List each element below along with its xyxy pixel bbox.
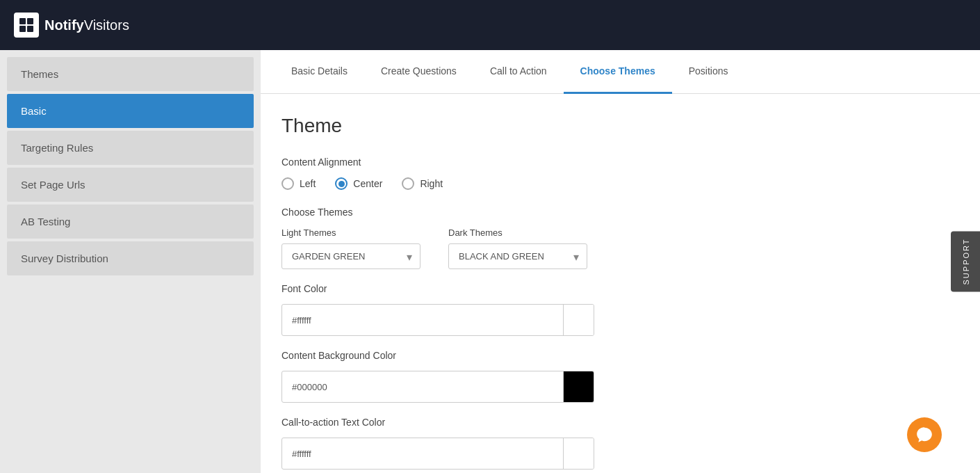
main-content: Themes Basic Targeting Rules Set Page Ur… (0, 50, 980, 473)
radio-left[interactable]: Left (281, 177, 316, 190)
sidebar-item-ab-testing[interactable]: AB Testing (7, 205, 254, 239)
content-bg-input[interactable] (282, 375, 563, 399)
dark-themes-select[interactable]: BLACK AND GREEN DARK NAVY MIDNIGHT PURPL… (448, 243, 587, 269)
tab-basic-details[interactable]: Basic Details (275, 50, 364, 94)
page-title: Theme (281, 115, 959, 137)
svg-rect-0 (19, 18, 26, 24)
font-color-label: Font Color (281, 283, 959, 294)
light-themes-select[interactable]: GARDEN GREEN OCEAN BLUE ROSE PINK (281, 243, 420, 269)
alignment-section: Content Alignment Left Center Right (281, 157, 959, 190)
alignment-radio-group: Left Center Right (281, 177, 959, 190)
content-bg-label: Content Background Color (281, 350, 959, 361)
radio-left-circle[interactable] (281, 177, 294, 190)
sidebar: Themes Basic Targeting Rules Set Page Ur… (0, 50, 261, 473)
radio-left-label: Left (300, 178, 316, 189)
radio-center-label: Center (353, 178, 382, 189)
cta-text-input-row (281, 438, 594, 470)
font-color-input[interactable] (282, 308, 563, 332)
cta-text-swatch[interactable] (563, 438, 594, 469)
header: NotifyVisitors (0, 0, 980, 50)
right-panel: Basic Details Create Questions Call to A… (261, 50, 980, 473)
content-bg-swatch[interactable] (563, 371, 594, 402)
dark-themes-label: Dark Themes (448, 227, 587, 238)
logo-icon (14, 13, 39, 38)
sidebar-item-targeting-rules[interactable]: Targeting Rules (7, 131, 254, 165)
radio-right[interactable]: Right (402, 177, 443, 190)
font-color-section: Font Color (281, 283, 959, 336)
light-themes-group: Light Themes GARDEN GREEN OCEAN BLUE ROS… (281, 227, 420, 269)
content-area: Theme Content Alignment Left Center (261, 94, 980, 473)
content-bg-input-row (281, 371, 594, 403)
cta-text-color-section: Call-to-action Text Color (281, 417, 959, 470)
chat-button[interactable] (907, 417, 942, 452)
choose-themes-section: Choose Themes Light Themes GARDEN GREEN … (281, 207, 959, 269)
content-bg-color-section: Content Background Color (281, 350, 959, 403)
choose-themes-label: Choose Themes (281, 207, 959, 218)
tab-choose-themes[interactable]: Choose Themes (564, 50, 672, 94)
svg-rect-2 (19, 26, 26, 32)
sidebar-item-survey-distribution[interactable]: Survey Distribution (7, 241, 254, 275)
tab-call-to-action[interactable]: Call to Action (473, 50, 564, 94)
cta-text-label: Call-to-action Text Color (281, 417, 959, 428)
dark-themes-group: Dark Themes BLACK AND GREEN DARK NAVY MI… (448, 227, 587, 269)
dark-themes-dropdown-wrapper: BLACK AND GREEN DARK NAVY MIDNIGHT PURPL… (448, 243, 587, 269)
font-color-input-row (281, 304, 594, 336)
alignment-label: Content Alignment (281, 157, 959, 168)
sidebar-item-themes[interactable]: Themes (7, 57, 254, 91)
tab-create-questions[interactable]: Create Questions (364, 50, 473, 94)
logo: NotifyVisitors (14, 13, 129, 38)
logo-text: NotifyVisitors (44, 17, 129, 33)
light-themes-label: Light Themes (281, 227, 420, 238)
cta-text-input[interactable] (282, 442, 563, 466)
radio-center-circle[interactable] (335, 177, 348, 190)
svg-rect-1 (27, 18, 33, 24)
tab-positions[interactable]: Positions (672, 50, 745, 94)
radio-right-label: Right (420, 178, 443, 189)
sidebar-item-basic[interactable]: Basic (7, 94, 254, 128)
radio-center[interactable]: Center (335, 177, 382, 190)
light-themes-dropdown-wrapper: GARDEN GREEN OCEAN BLUE ROSE PINK (281, 243, 420, 269)
support-tab[interactable]: SUPPORT (951, 232, 980, 292)
tabs-bar: Basic Details Create Questions Call to A… (261, 50, 980, 94)
radio-right-circle[interactable] (402, 177, 414, 190)
themes-row: Light Themes GARDEN GREEN OCEAN BLUE ROS… (281, 227, 959, 269)
svg-rect-3 (27, 26, 33, 32)
sidebar-item-set-page-urls[interactable]: Set Page Urls (7, 168, 254, 202)
font-color-swatch[interactable] (563, 305, 594, 335)
